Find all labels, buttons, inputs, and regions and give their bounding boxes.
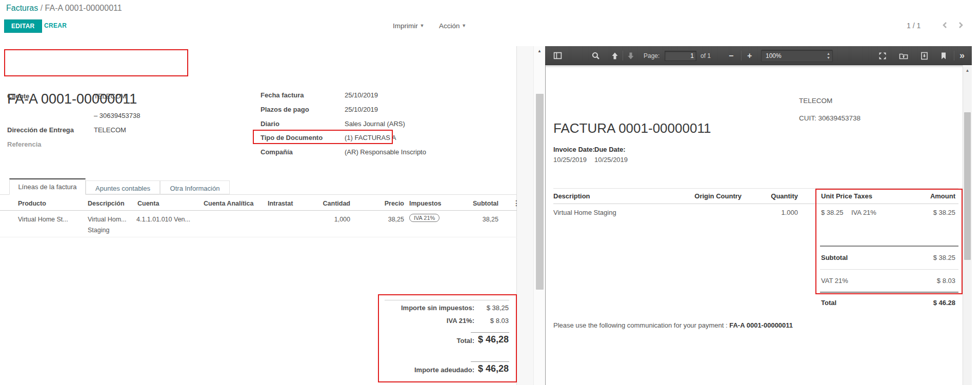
tab-lineas-factura[interactable]: Líneas de la factura [9, 178, 86, 195]
col-header-cuenta[interactable]: Cuenta [137, 200, 159, 207]
col-header-cuenta-analitica[interactable]: Cuenta Analítica [204, 200, 253, 207]
pager-next-button[interactable] [956, 21, 965, 31]
pdf-col-description: Description [553, 192, 590, 200]
amount-due-divider [471, 361, 509, 362]
cell-cuenta: 4.1.1.01.010 Ven... [136, 216, 190, 223]
edit-button[interactable]: EDITAR [4, 19, 42, 33]
form-scrollbar[interactable]: ▲ [533, 46, 545, 385]
field-label-plazos-pago: Plazos de pago [261, 106, 340, 113]
field-label-compania: Compañía [261, 148, 340, 156]
page-label: Page: [644, 46, 659, 65]
breadcrumb-parent-link[interactable]: Facturas [6, 4, 38, 12]
pdf-doc-title: FACTURA 0001-00000011 [553, 120, 711, 136]
total-value: $ 46,28 [457, 334, 509, 345]
pdf-toolbar: Page: of 1 − + 100% ▲▼ » [545, 46, 972, 65]
pdf-row-unit-price: $ 38.25 [821, 209, 843, 216]
toolbar-separator [954, 51, 954, 60]
untaxed-amount-value: $ 38,25 [457, 304, 509, 312]
col-header-precio[interactable]: Precio [368, 200, 404, 207]
col-header-cantidad[interactable]: Cantidad [309, 200, 350, 207]
col-header-subtotal[interactable]: Subtotal [457, 200, 498, 207]
field-label-diario: Diario [261, 120, 340, 128]
open-file-button[interactable] [899, 46, 908, 65]
pdf-total-divider [820, 292, 958, 293]
zoom-out-button[interactable]: − [729, 46, 733, 65]
invoice-line-row[interactable]: Virtual Home St... Virtual Hom... Stagin… [0, 211, 517, 237]
totals-top-divider [385, 300, 509, 300]
pdf-col-unit-price: Unit Price [821, 192, 852, 200]
action-menu[interactable]: Acción ▼ [436, 22, 469, 30]
page-count: of 1 [701, 46, 711, 65]
page-up-button[interactable] [611, 46, 619, 65]
toolbar-more-button[interactable]: » [959, 46, 965, 65]
form-gutter [517, 46, 533, 385]
cell-impuestos: IVA 21% [409, 214, 439, 222]
field-value-cliente[interactable]: TELECOM [94, 92, 126, 100]
pdf-company-cuit: CUIT: 30639453738 [799, 114, 861, 122]
pdf-row-quantity: 1.000 [747, 209, 798, 216]
field-label-direccion-entrega: Dirección de Entrega [7, 126, 92, 134]
field-value-direccion-entrega[interactable]: TELECOM [94, 126, 126, 134]
field-label-referencia: Referencia [7, 140, 89, 148]
tax-amount-label: IVA 21%: [321, 317, 474, 325]
field-value-diario[interactable]: Sales Journal (ARS) [345, 120, 405, 128]
field-value-tipo-documento: (1) FACTURAS A [345, 134, 396, 141]
pdf-row-amount: $ 38.25 [904, 209, 955, 216]
field-value-compania[interactable]: (AR) Responsable Inscripto [345, 148, 426, 156]
search-icon[interactable] [591, 46, 600, 65]
page-down-button[interactable] [627, 46, 635, 65]
pdf-col-origin-country: Origin Country [690, 192, 742, 200]
pdf-row-taxes: IVA 21% [851, 209, 876, 216]
form-scrollbar-thumb[interactable] [536, 94, 544, 290]
tax-amount-value: $ 8.03 [457, 317, 509, 325]
col-header-producto[interactable]: Producto [18, 200, 46, 207]
pdf-invoice-date-label: Invoice Date: [553, 146, 595, 153]
create-button[interactable]: CREAR [41, 22, 70, 30]
pdf-row-description: Virtual Home Staging [553, 209, 616, 216]
pdf-col-amount: Amount [904, 192, 955, 200]
pdf-subtotal-label: Subtotal [821, 254, 848, 261]
pdf-page: TELECOM CUIT: 30639453738 FACTURA 0001-0… [545, 65, 963, 385]
breadcrumb-separator: / [38, 4, 45, 12]
pdf-payment-reference: FA-A 0001-00000011 [729, 321, 793, 329]
tab-otra-informacion[interactable]: Otra Información [160, 180, 230, 194]
select-spinner-icon: ▲▼ [827, 52, 830, 60]
invoice-form-sheet: FA-A 0001-00000011 Cliente TELECOM – 306… [0, 46, 517, 385]
field-value-plazos-pago: 25/10/2019 [345, 106, 378, 113]
pdf-due-date-label: Due Date: [594, 146, 626, 153]
field-label-fecha-factura: Fecha factura [261, 91, 340, 99]
col-header-impuestos[interactable]: Impuestos [409, 200, 442, 207]
zoom-select-value: 100% [766, 52, 782, 59]
pdf-vat-label: VAT 21% [821, 277, 848, 285]
scroll-up-icon[interactable]: ▲ [963, 68, 972, 73]
pdf-subtotal-value: $ 38.25 [904, 254, 955, 261]
scroll-up-icon[interactable]: ▲ [534, 49, 545, 53]
col-header-descripcion[interactable]: Descripción [88, 200, 125, 207]
tab-apuntes-contables[interactable]: Apuntes contables [86, 180, 160, 194]
pdf-col-quantity: Quantity [747, 192, 798, 200]
chevron-left-icon [941, 21, 950, 30]
zoom-in-button[interactable]: + [747, 46, 752, 65]
pdf-total-label: Total [821, 299, 836, 307]
sidebar-toggle-button[interactable] [553, 46, 562, 65]
pdf-scrollbar-thumb[interactable] [964, 112, 971, 260]
zoom-select[interactable]: 100% ▲▼ [761, 46, 833, 65]
pdf-payment-note: Please use the following communication f… [553, 321, 793, 329]
pdf-vat-divider [820, 269, 958, 270]
print-menu[interactable]: Imprimir ▼ [390, 22, 427, 30]
breadcrumb-current: FA-A 0001-00000011 [45, 4, 122, 12]
breadcrumb: Facturas / FA-A 0001-00000011 [6, 4, 122, 13]
presentation-mode-button[interactable] [878, 46, 887, 65]
amount-due-label: Importe adeudado: [321, 366, 474, 374]
table-header-divider [0, 210, 517, 211]
download-button[interactable] [921, 46, 928, 65]
field-value-cuit: – 30639453738 [94, 112, 140, 119]
bookmark-button[interactable] [940, 46, 947, 65]
toolbar-separator [741, 51, 742, 60]
page-input[interactable] [665, 51, 696, 61]
col-header-intrastat[interactable]: Intrastat [268, 200, 293, 207]
cell-cantidad: 1,000 [309, 216, 350, 223]
pager-prev-button[interactable] [941, 21, 950, 31]
page-input-wrap [665, 46, 696, 65]
pdf-scrollbar[interactable]: ▲ [963, 65, 972, 385]
